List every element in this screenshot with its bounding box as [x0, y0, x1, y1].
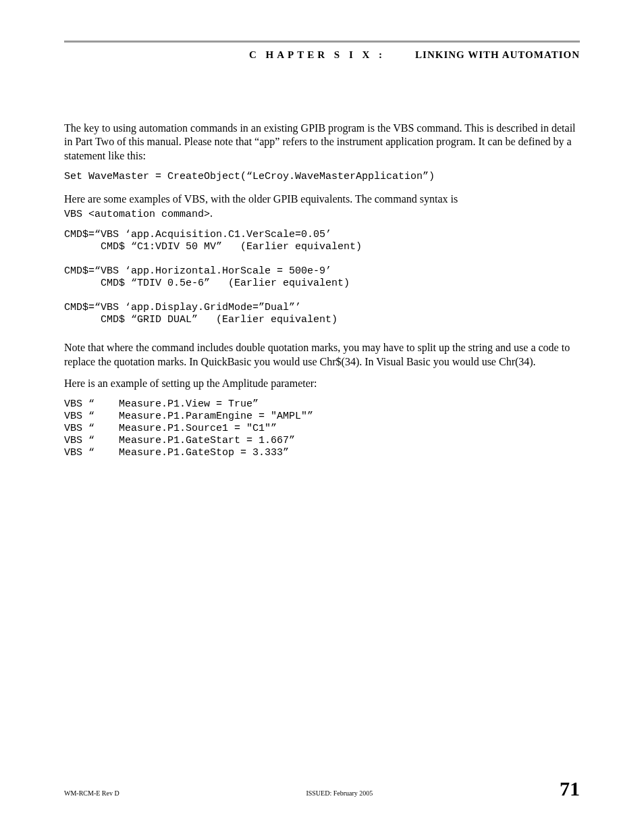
footer: WM-RCM-E Rev D ISSUED: February 2005 71	[64, 777, 580, 800]
paragraph-syntax: Here are some examples of VBS, with the …	[64, 192, 580, 221]
syntax-period: .	[210, 207, 213, 219]
syntax-code: VBS <automation command>	[64, 209, 210, 220]
paragraph-amplitude-intro: Here is an example of setting up the Amp…	[64, 377, 580, 390]
syntax-text: Here are some examples of VBS, with the …	[64, 193, 458, 205]
code-createobject: Set WaveMaster = CreateObject(“LeCroy.Wa…	[64, 171, 580, 183]
chapter-title: LINKING WITH AUTOMATION	[415, 49, 580, 61]
paragraph-quotes-note: Note that where the command includes dou…	[64, 341, 580, 369]
footer-issued: ISSUED: February 2005	[306, 789, 373, 797]
footer-revision: WM-RCM-E Rev D	[64, 789, 119, 797]
running-header: C HAPTER S I X : LINKING WITH AUTOMATION	[64, 45, 580, 61]
code-amplitude-example: VBS “ Measure.P1.View = True” VBS “ Meas…	[64, 398, 580, 459]
footer-page-number: 71	[560, 777, 580, 800]
chapter-label: C HAPTER S I X :	[249, 49, 385, 61]
code-vbs-examples: CMD$=“VBS ‘app.Acquisition.C1.VerScale=0…	[64, 229, 580, 326]
header-rule	[64, 41, 580, 43]
paragraph-intro: The key to using automation commands in …	[64, 122, 580, 163]
page: C HAPTER S I X : LINKING WITH AUTOMATION…	[0, 0, 644, 834]
body-content: The key to using automation commands in …	[64, 122, 580, 459]
